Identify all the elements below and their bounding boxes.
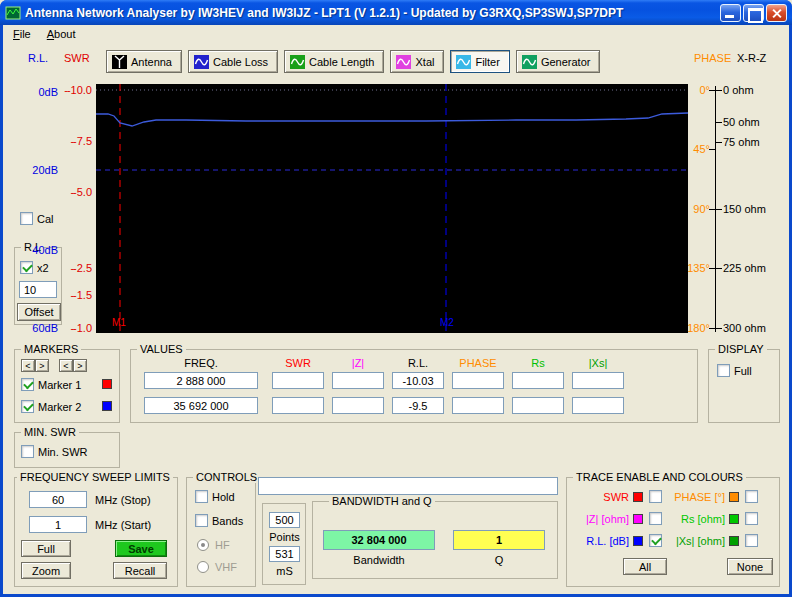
toolbar-button-filter[interactable]: Filter (450, 50, 509, 73)
values-z-row2[interactable] (332, 397, 384, 414)
vhf-label: VHF (215, 561, 237, 574)
trace-swatch-rs-ohm[interactable] (729, 514, 739, 524)
phase-tickmark (709, 268, 715, 269)
generator-icon (522, 55, 537, 69)
points-value[interactable]: 500 (269, 512, 300, 528)
ms-value: 531 (269, 546, 300, 562)
trace-label-rs-ohm: Rs [ohm] (661, 513, 725, 525)
trace-swatch-xs-ohm[interactable] (729, 536, 739, 546)
x2-checkbox[interactable] (20, 261, 33, 274)
values-header-z: |Z| (328, 357, 388, 369)
values-swr-row2[interactable] (272, 397, 324, 414)
toolbar-button-label: Filter (475, 56, 499, 68)
marker-2-checkbox[interactable] (21, 400, 34, 413)
values-header-freq: FREQ. (171, 357, 231, 369)
values-freq-row1[interactable]: 2 888 000 (144, 372, 258, 389)
toolbar-button-label: Antenna (131, 56, 172, 68)
points-group: 500 Points 531 mS (262, 503, 306, 585)
ohm-tick: 225 ohm (723, 261, 777, 275)
ms-label: mS (263, 565, 306, 578)
toolbar-button-cable-length[interactable]: Cable Length (284, 50, 384, 73)
menu-about[interactable]: About (39, 26, 84, 44)
trace-swatch-swr[interactable] (633, 492, 643, 502)
offset-input[interactable]: 10 (19, 281, 57, 298)
display-full-checkbox[interactable] (717, 364, 730, 377)
marker-next-button[interactable]: > (73, 359, 87, 372)
toolbar-button-label: Cable Length (309, 56, 374, 68)
bandwidth-group-title: BANDWIDTH and Q (329, 495, 435, 507)
trace-checkbox-rs-ohm[interactable] (745, 512, 758, 525)
trace-checkbox-phase[interactable] (745, 490, 758, 503)
trace-swatch-phase[interactable] (729, 492, 739, 502)
toolbar-button-generator[interactable]: Generator (516, 50, 601, 73)
x2-label: x2 (37, 262, 49, 275)
min-swr-label: Min. SWR (38, 446, 88, 459)
swr-tick: 7.5 (62, 134, 92, 148)
values-rs-row2[interactable] (512, 397, 564, 414)
stage: FileAbout R.L. SWR PHASE X-R-Z AntennaCa… (0, 0, 792, 597)
swr-axis-title: SWR (64, 52, 90, 65)
none-button[interactable]: None (727, 558, 773, 575)
trace-label-z-ohm: |Z| [ohm] (569, 513, 629, 525)
values-freq-row2[interactable]: 35 692 000 (144, 397, 258, 414)
trace-swatch-r-l-db[interactable] (633, 536, 643, 546)
ohm-tickmark (716, 142, 722, 143)
bands-checkbox[interactable] (195, 514, 208, 527)
rl-tick: 0dB (28, 85, 58, 99)
sweep-display-input[interactable] (258, 477, 558, 495)
hf-radio[interactable] (197, 539, 209, 551)
phase-tick: 180° (680, 321, 710, 335)
values-group-title: VALUES (137, 343, 186, 355)
marker-prev-button[interactable]: < (21, 359, 35, 372)
all-button[interactable]: All (623, 558, 667, 575)
marker-1-checkbox[interactable] (21, 378, 34, 391)
trace-checkbox-xs-ohm[interactable] (745, 534, 758, 547)
menu-file[interactable]: File (5, 26, 39, 44)
marker-spinner-1: <> (21, 359, 49, 372)
rl-trace (96, 113, 688, 126)
values-rl-row2[interactable]: -9.5 (392, 397, 444, 414)
values-phase-row1[interactable] (452, 372, 504, 389)
offset-button[interactable]: Offset (17, 303, 61, 321)
values-rs-row1[interactable] (512, 372, 564, 389)
values-z-row1[interactable] (332, 372, 384, 389)
xrz-axis-title: X-R-Z (737, 52, 766, 65)
toolbar: AntennaCable LossCable LengthXtalFilterG… (106, 50, 600, 73)
stop-freq-input[interactable]: 60 (29, 491, 87, 508)
cal-checkbox[interactable] (20, 212, 33, 225)
full-button[interactable]: Full (21, 540, 71, 557)
trace-group: TRACE ENABLE AND COLOURS All None SWRPHA… (566, 477, 780, 587)
marker-next-button[interactable]: > (35, 359, 49, 372)
recall-button[interactable]: Recall (113, 562, 167, 579)
save-button[interactable]: Save (115, 540, 167, 557)
chart[interactable]: M1 M2 (96, 84, 688, 333)
swr-tick: 5.0 (62, 185, 92, 199)
values-phase-row2[interactable] (452, 397, 504, 414)
controls-group: CONTROLS Hold Bands HF VHF (186, 477, 256, 587)
toolbar-button-cable-loss[interactable]: Cable Loss (188, 50, 278, 73)
phase-tickmark (709, 328, 715, 329)
toolbar-button-xtal[interactable]: Xtal (390, 50, 444, 73)
values-xs-row1[interactable] (572, 372, 624, 389)
marker-2-label: Marker 2 (38, 401, 81, 414)
min-swr-checkbox[interactable] (21, 445, 34, 458)
phase-tick: 90° (680, 202, 710, 216)
start-freq-input[interactable]: 1 (29, 516, 87, 533)
marker-1-swatch (102, 379, 112, 389)
values-swr-row1[interactable] (272, 372, 324, 389)
values-xs-row2[interactable] (572, 397, 624, 414)
hold-checkbox[interactable] (195, 490, 208, 503)
bandwidth-label: Bandwidth (323, 554, 435, 567)
display-group-title: DISPLAY (715, 343, 767, 355)
ohm-tick: 300 ohm (723, 321, 777, 335)
zoom-button[interactable]: Zoom (21, 562, 71, 579)
toolbar-button-antenna[interactable]: Antenna (106, 50, 182, 73)
trace-swatch-z-ohm[interactable] (633, 514, 643, 524)
values-rl-row1[interactable]: -10.03 (392, 372, 444, 389)
filter-icon (456, 55, 471, 69)
vhf-radio[interactable] (197, 561, 209, 573)
ohm-tick: 0 ohm (723, 83, 777, 97)
start-freq-label: MHz (Start) (95, 519, 151, 532)
phase-tick: 45° (680, 142, 710, 156)
marker-prev-button[interactable]: < (59, 359, 73, 372)
